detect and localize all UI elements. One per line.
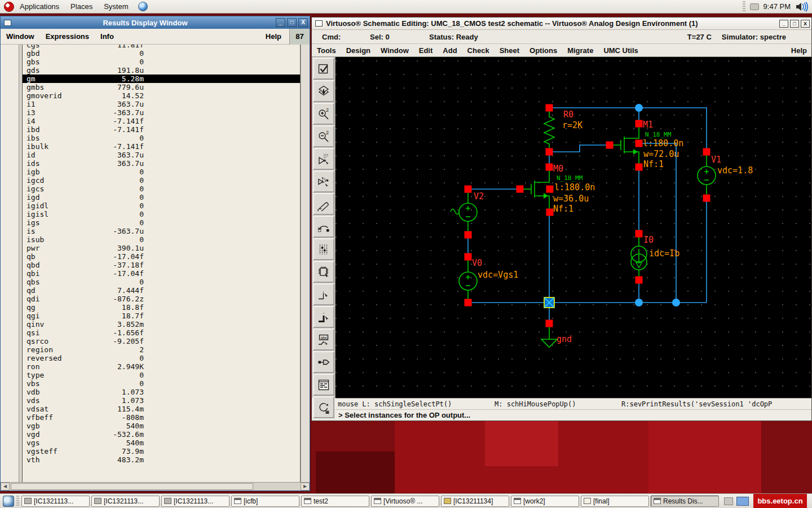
- result-row-qinv[interactable]: qinv3.852m: [23, 320, 300, 329]
- menu-tools[interactable]: Tools: [312, 46, 341, 55]
- taskbar-item--ic1321113-[interactable]: [IC1321113...: [161, 496, 230, 507]
- scroll-thumb[interactable]: [11, 483, 253, 490]
- minimize-button[interactable]: _: [276, 18, 285, 27]
- menu-umc-utils[interactable]: UMC Utils: [598, 46, 643, 55]
- result-row-qdi[interactable]: qdi-876.2z: [23, 295, 300, 303]
- window-list-icon[interactable]: [736, 497, 749, 506]
- result-row-igb[interactable]: igb0: [23, 168, 300, 176]
- undo-button[interactable]: [313, 216, 334, 238]
- result-row-gds[interactable]: gds191.8u: [23, 66, 300, 75]
- menu-info[interactable]: Info: [95, 32, 120, 41]
- stretch-button[interactable]: [313, 148, 334, 170]
- copy-button[interactable]: [313, 170, 334, 192]
- panel-handle[interactable]: [743, 1, 745, 12]
- result-row-region[interactable]: region2: [23, 345, 300, 354]
- zoom-in-2-button[interactable]: 2: [313, 103, 334, 125]
- result-row-vth[interactable]: vth483.2m: [23, 456, 300, 464]
- result-row-reversed[interactable]: reversed0: [23, 354, 300, 362]
- selected-junction-marker[interactable]: [544, 297, 554, 308]
- taskbar-item--work2-[interactable]: [work2]: [511, 496, 579, 507]
- close-button[interactable]: X: [801, 20, 810, 28]
- nmos-m0[interactable]: M0 N_18_MM l:180.0n w=36.0u Nf:1: [520, 164, 595, 214]
- result-row-isub[interactable]: isub0: [23, 235, 300, 244]
- result-row-gbd[interactable]: gbd0: [23, 49, 300, 58]
- resistor-r0[interactable]: R0 r=2K: [544, 110, 582, 148]
- result-row-gmoverid[interactable]: gmoverid14.52: [23, 91, 300, 100]
- taskbar-item-test2[interactable]: test2: [301, 496, 369, 507]
- instance-button[interactable]: [313, 261, 334, 283]
- wire-wide-button[interactable]: [313, 306, 334, 328]
- results-title-bar[interactable]: Results Display Window _ □ X: [1, 16, 310, 29]
- result-row-i3[interactable]: i3-363.7u: [23, 108, 300, 117]
- virtuoso-title-bar[interactable]: Virtuoso® Schematic Editing: UMC_18_CMOS…: [312, 17, 811, 30]
- result-row-qsrco[interactable]: qsrco-9.205f: [23, 337, 300, 345]
- maximize-button[interactable]: □: [287, 18, 297, 27]
- taskbar-item--ic1321113-[interactable]: [IC1321113...: [91, 496, 160, 507]
- wire-narrow-button[interactable]: [313, 283, 334, 305]
- result-row-igcd[interactable]: igcd0: [23, 176, 300, 185]
- wire-name-button[interactable]: abc: [313, 329, 334, 351]
- tray-display-icon[interactable]: [750, 3, 759, 10]
- result-row-igd[interactable]: igd0: [23, 193, 300, 202]
- result-row-pwr[interactable]: pwr390.1u: [23, 244, 300, 252]
- clock[interactable]: 9:47 PM: [764, 2, 791, 11]
- menu-window[interactable]: Window: [376, 46, 414, 55]
- menu-expressions[interactable]: Expressions: [40, 32, 95, 41]
- result-row-type[interactable]: type0: [23, 371, 300, 379]
- result-row-is[interactable]: is-363.7u: [23, 227, 300, 235]
- taskbar-item--virtuoso-[interactable]: [Virtuoso® ...: [371, 496, 439, 507]
- taskbar-item--ic13211134-[interactable]: [IC13211134]: [441, 496, 509, 507]
- result-row-vgsteff[interactable]: vgsteff73.9m: [23, 447, 300, 456]
- speaker-icon[interactable]: [795, 2, 809, 12]
- result-row-qg[interactable]: qg18.8f: [23, 303, 300, 312]
- menu-help[interactable]: Help: [786, 46, 811, 55]
- schematic-canvas[interactable]: R0 r=2K M0 N_18_MM l:180.0n: [336, 57, 811, 398]
- result-row-qsi[interactable]: qsi-1.656f: [23, 329, 300, 337]
- scroll-right-arrow[interactable]: ▶: [301, 483, 310, 491]
- property-button[interactable]: [313, 238, 334, 260]
- pin-button[interactable]: [313, 351, 334, 373]
- menu-window[interactable]: Window: [1, 32, 40, 41]
- taskbar-item-results-dis-[interactable]: Results Dis...: [651, 496, 719, 507]
- repeat-button[interactable]: [313, 396, 334, 418]
- menu-options[interactable]: Options: [524, 46, 562, 55]
- result-row-gm[interactable]: gm5.28m: [23, 75, 300, 83]
- result-row-igisl[interactable]: igisl0: [23, 210, 300, 218]
- result-row-ibd[interactable]: ibd-7.141f: [23, 125, 300, 134]
- result-row-vdsat[interactable]: vdsat115.4m: [23, 405, 300, 413]
- menu-applications[interactable]: Applications: [14, 0, 65, 14]
- result-row-ron[interactable]: ron2.949K: [23, 362, 300, 371]
- result-row-ids[interactable]: ids363.7u: [23, 159, 300, 168]
- result-row-id[interactable]: id363.7u: [23, 151, 300, 159]
- result-row-ibs[interactable]: ibs0: [23, 134, 300, 142]
- workspace-switcher-icon[interactable]: [3, 496, 14, 507]
- nmos-m1[interactable]: M1 N_18_MM l:180.0n w=72.0u Nf:1: [610, 120, 683, 169]
- menu-system[interactable]: System: [98, 0, 134, 14]
- taskbar-handle[interactable]: [16, 496, 19, 507]
- result-row-qbs[interactable]: qbs0: [23, 278, 300, 286]
- delete-button[interactable]: [313, 193, 334, 215]
- result-row-gmbs[interactable]: gmbs779.6u: [23, 83, 300, 91]
- maximize-button[interactable]: □: [790, 20, 799, 28]
- horizontal-scrollbar[interactable]: ◀ ▶: [1, 482, 310, 491]
- result-row-vgd[interactable]: vgd-532.6m: [23, 430, 300, 439]
- vsource-v2[interactable]: V2: [451, 191, 484, 231]
- result-row-i1[interactable]: i1363.7u: [23, 100, 300, 108]
- result-row-igidl[interactable]: igidl0: [23, 202, 300, 210]
- list-vertical-scrollbar[interactable]: [301, 45, 310, 483]
- menu-help[interactable]: Help: [266, 32, 289, 41]
- result-row-vds[interactable]: vds1.073: [23, 396, 300, 405]
- menu-add[interactable]: Add: [438, 46, 462, 55]
- vsource-v1[interactable]: V1 vdc=1.8: [698, 155, 753, 195]
- vsource-v0[interactable]: V0 vdc=Vgs1: [459, 258, 518, 299]
- taskbar-item--ic1321113-[interactable]: [IC1321113...: [21, 496, 90, 507]
- result-row-igs[interactable]: igs0: [23, 218, 300, 227]
- check-and-save-button[interactable]: [313, 58, 334, 80]
- result-row-vgs[interactable]: vgs540m: [23, 439, 300, 447]
- menu-migrate[interactable]: Migrate: [562, 46, 598, 55]
- zoom-out-2-button[interactable]: 2: [313, 125, 334, 147]
- result-row-qd[interactable]: qd7.444f: [23, 286, 300, 295]
- menu-design[interactable]: Design: [341, 46, 376, 55]
- close-button[interactable]: X: [298, 18, 308, 27]
- result-row-i4[interactable]: i4-7.141f: [23, 117, 300, 125]
